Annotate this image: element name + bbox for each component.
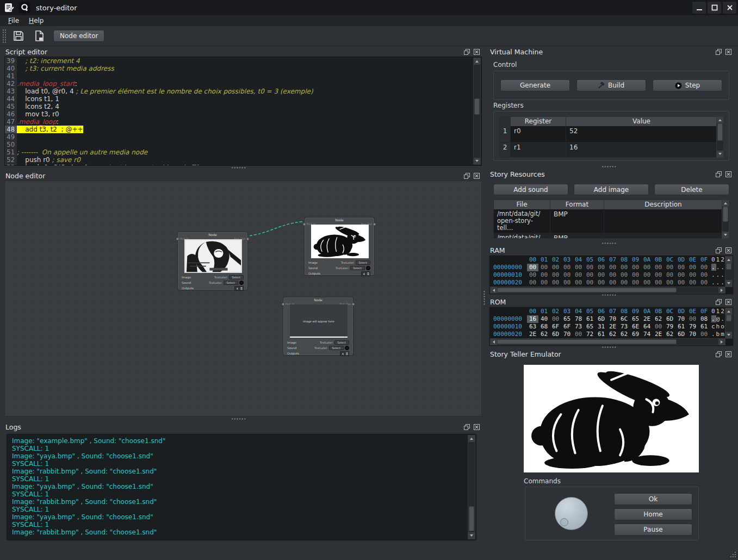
register-row[interactable]: 2r116 [500, 142, 724, 158]
scroll-down-arrow[interactable] [725, 280, 732, 287]
hex-byte-cell[interactable]: 00 [538, 279, 550, 287]
hex-byte-cell[interactable]: 00 [675, 264, 687, 271]
code-line[interactable]: 53 load r0, @t3, 4 ; r0 = content in ram… [5, 164, 473, 166]
register-row[interactable]: 1r052 [500, 126, 724, 142]
dock-close-icon[interactable] [725, 247, 731, 253]
script-editor[interactable]: 39 ; t2: increment 440 ; t3: current med… [4, 57, 482, 166]
node[interactable]: NodePort InPort OutImageTextLabelSelectS… [177, 232, 248, 290]
dock-float-icon[interactable] [716, 299, 722, 305]
build-button[interactable]: Build [576, 79, 646, 91]
code-line[interactable]: 51; ------- On appelle un autre media no… [5, 148, 473, 156]
hex-byte-cell[interactable]: 00 [698, 331, 710, 338]
hex-byte-cell[interactable]: 00 [698, 271, 710, 279]
hex-byte-cell[interactable]: 00 [664, 264, 675, 271]
ram-hscrollbar[interactable] [490, 287, 725, 294]
window-resize-grip[interactable] [729, 551, 736, 558]
hex-byte-cell[interactable]: 08 [698, 315, 710, 323]
code-line[interactable]: 46 mov t3, r0 [5, 110, 473, 118]
add-sound-button[interactable]: Add sound [493, 184, 568, 195]
rom-hex-view[interactable]: 000102030405060708090A0B0C0D0E0F01200000… [489, 307, 734, 346]
scroll-up-arrow[interactable] [717, 117, 723, 123]
new-file-button[interactable] [30, 28, 48, 43]
scroll-thumb[interactable] [497, 339, 677, 344]
hex-byte-cell[interactable]: 74 [641, 331, 653, 338]
add-image-button[interactable]: Add image [574, 184, 649, 195]
hex-byte-cell[interactable]: 6D [675, 331, 687, 338]
scroll-down-arrow[interactable] [722, 232, 729, 238]
play-sound-button[interactable] [345, 346, 349, 350]
scroll-left-arrow[interactable] [491, 339, 497, 345]
hex-byte-cell[interactable]: 00 [664, 271, 675, 279]
hex-byte-cell[interactable]: 00 [607, 271, 618, 279]
logs-output[interactable]: Image: "example.bmp" , Sound: "choose1.s… [7, 434, 476, 540]
column-header-value[interactable]: Value [566, 117, 717, 126]
hex-byte-cell[interactable]: 00 [573, 271, 584, 279]
dock-float-icon[interactable] [464, 49, 470, 55]
hex-byte-cell[interactable]: 00 [596, 279, 607, 287]
hex-byte-cell[interactable]: 62 [538, 331, 550, 338]
dock-titlebar-script-editor[interactable]: Script editor [2, 47, 484, 57]
hex-byte-cell[interactable]: 00 [527, 279, 538, 287]
hex-byte-cell[interactable]: 61 [596, 331, 607, 338]
resource-row[interactable]: /mnt/data/git/ open-story-tell…BMP [494, 209, 722, 233]
resource-row[interactable]: /mnt/data/git/ open-story-tell…BMP [494, 233, 722, 239]
dock-close-icon[interactable] [474, 424, 480, 430]
scroll-right-arrow[interactable] [718, 287, 725, 293]
column-header-file[interactable]: File [494, 200, 550, 209]
hex-byte-cell[interactable]: 00 [698, 279, 710, 287]
splitter-handle[interactable] [601, 165, 617, 168]
dock-close-icon[interactable] [474, 173, 480, 179]
hex-byte-cell[interactable]: 00 [641, 264, 653, 271]
dock-close-icon[interactable] [474, 49, 480, 55]
hex-byte-cell[interactable]: 72 [584, 331, 596, 338]
select-image-button[interactable]: Select [334, 340, 349, 345]
hex-byte-cell[interactable]: 00 [687, 271, 698, 279]
scroll-down-arrow[interactable] [474, 158, 480, 164]
outputs-spinbox[interactable]: 4 [340, 351, 350, 356]
scroll-down-arrow[interactable] [725, 332, 732, 338]
hex-byte-cell[interactable]: 69 [630, 331, 641, 338]
rom-hscrollbar[interactable] [490, 338, 725, 345]
hex-byte-cell[interactable]: 00 [573, 279, 584, 287]
splitter-handle[interactable] [601, 294, 617, 296]
hex-byte-cell[interactable]: 00 [653, 323, 664, 331]
hex-byte-cell[interactable]: 00 [584, 264, 596, 271]
select-image-button[interactable]: Select [229, 275, 244, 279]
dock-titlebar-ram[interactable]: RAM [487, 245, 736, 255]
hex-byte-cell[interactable]: 62 [664, 331, 675, 338]
hex-byte-cell[interactable]: 6D [550, 331, 561, 338]
hex-byte-cell[interactable]: 65 [584, 323, 596, 331]
registers-table[interactable]: RegisterValue1r0522r116 [499, 116, 724, 158]
hex-byte-cell[interactable]: 00 [618, 264, 630, 271]
hex-byte-cell[interactable]: 00 [618, 279, 630, 287]
scroll-down-arrow[interactable] [468, 532, 475, 539]
select-image-button[interactable]: Select [356, 260, 370, 265]
code-line[interactable]: 41 [5, 72, 473, 80]
ram-vscrollbar[interactable] [725, 256, 733, 287]
volume-dial[interactable] [555, 497, 588, 530]
step-button[interactable]: Step [653, 79, 722, 91]
code-line[interactable]: 50 [5, 141, 473, 148]
hex-byte-cell[interactable]: 64 [641, 323, 653, 331]
hex-byte-cell[interactable]: 00 [561, 271, 573, 279]
logs-scrollbar[interactable] [468, 435, 475, 539]
node[interactable]: NodePort InPort OutImage will appear her… [283, 297, 354, 356]
scroll-up-arrow[interactable] [725, 308, 732, 315]
hex-byte-cell[interactable]: 00 [561, 279, 573, 287]
dock-close-icon[interactable] [725, 299, 731, 305]
dock-float-icon[interactable] [716, 171, 722, 177]
hex-byte-cell[interactable]: 2E [641, 315, 653, 323]
home-button[interactable]: Home [614, 508, 692, 520]
hex-byte-cell[interactable]: 68 [538, 323, 550, 331]
dock-titlebar-virtual-machine[interactable]: Virtual Machine [487, 47, 736, 57]
hex-byte-cell[interactable]: 70 [687, 331, 698, 338]
hex-byte-cell[interactable]: 70 [607, 315, 618, 323]
hex-byte-cell[interactable]: 00 [698, 264, 710, 271]
hex-byte-cell[interactable]: 63 [527, 323, 538, 331]
code-line[interactable]: 40 ; t3: current media address [5, 65, 473, 72]
hex-byte-cell[interactable]: 00 [687, 315, 698, 323]
hex-byte-cell[interactable]: 00 [550, 279, 561, 287]
hex-byte-cell[interactable]: 00 [550, 264, 561, 271]
scroll-thumb[interactable] [723, 207, 728, 222]
hex-byte-cell[interactable]: 62 [618, 331, 630, 338]
